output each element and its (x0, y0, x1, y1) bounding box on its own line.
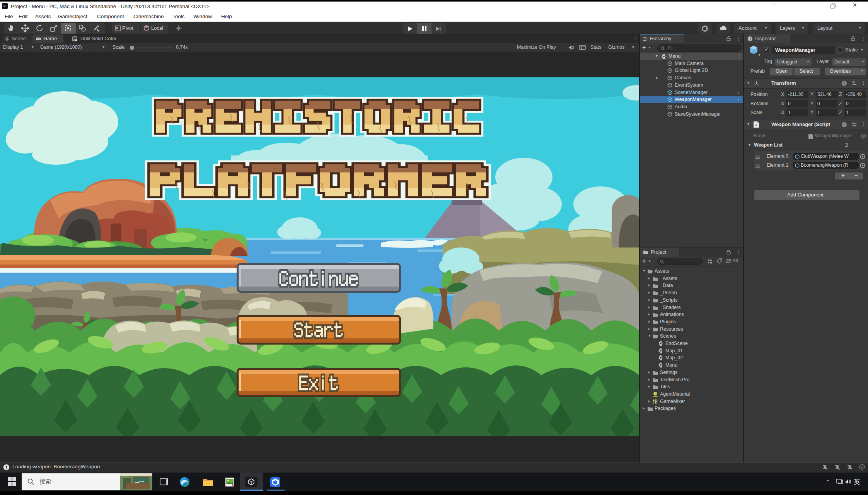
svg-text:?: ? (843, 82, 845, 85)
svg-text:?: ? (843, 123, 845, 127)
svg-text:#: # (755, 123, 757, 127)
